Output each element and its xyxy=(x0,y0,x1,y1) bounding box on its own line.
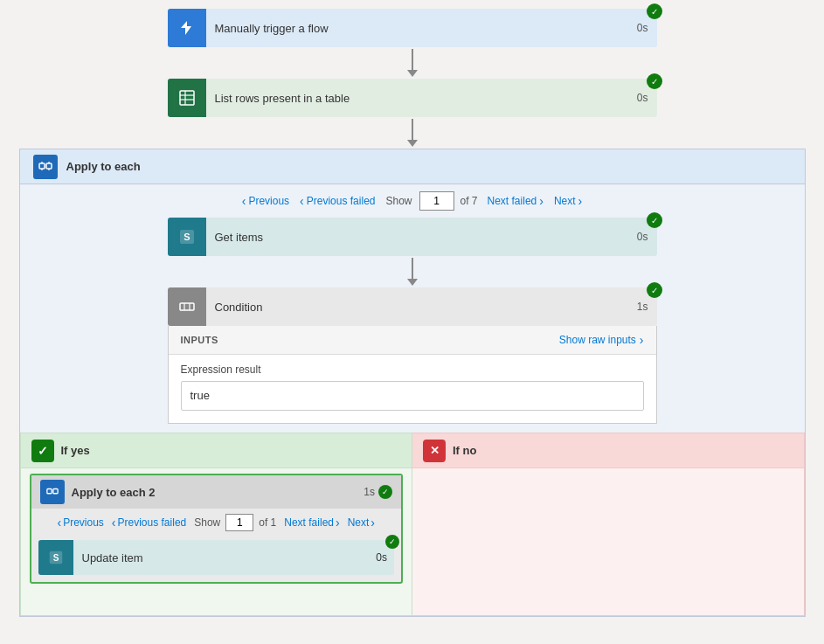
check-symbol: ✓ xyxy=(38,444,48,458)
condition-success-badge xyxy=(647,282,662,298)
branch-no: ✕ If no xyxy=(412,433,805,616)
condition-label: Condition xyxy=(206,301,628,314)
svg-rect-0 xyxy=(180,91,194,105)
update-item-check-icon xyxy=(389,537,396,546)
svg-rect-11 xyxy=(46,489,51,494)
get-items-success-badge xyxy=(647,212,662,228)
prev-failed-chevron-icon xyxy=(300,194,304,208)
condition-inputs-header: INPUTS Show raw inputs xyxy=(169,326,656,355)
arrow-1 xyxy=(407,47,418,79)
condition-expr: Expression result true xyxy=(169,355,656,423)
page-input[interactable] xyxy=(419,191,454,211)
update-item-success-badge xyxy=(385,535,399,549)
arrow-head-3 xyxy=(407,279,418,286)
apply-each-inner: S Get items 0s xyxy=(20,218,805,433)
arrow-line-1 xyxy=(412,49,413,70)
inner-next-failed-button[interactable]: Next failed xyxy=(281,514,342,531)
apply-each-2-duration: 1s xyxy=(364,486,375,498)
next-button[interactable]: Next xyxy=(550,192,585,210)
list-rows-label: List rows present in a table xyxy=(206,92,628,105)
update-item-icon: S xyxy=(38,540,73,575)
condition-wrapper: Condition 1s INPUTS Show raw inputs xyxy=(168,287,657,424)
condition-icon xyxy=(168,287,206,326)
condition-duration: 1s xyxy=(628,301,657,313)
get-items-icon: S xyxy=(168,218,206,256)
condition-step: Condition 1s xyxy=(168,287,657,326)
inner-show-label: Show xyxy=(194,516,220,529)
inner-next-button[interactable]: Next xyxy=(345,514,377,531)
get-items-label: Get items xyxy=(206,231,628,244)
condition-check-icon xyxy=(651,286,658,295)
inner-of-total: of 1 xyxy=(259,516,276,529)
apply-each-2-icon xyxy=(40,480,65,504)
show-label: Show xyxy=(385,195,412,207)
inner-previous-button[interactable]: Previous xyxy=(54,514,106,531)
branch-no-header: ✕ If no xyxy=(412,433,804,468)
get-items-duration: 0s xyxy=(628,231,657,243)
update-item-step: S Update item 0s xyxy=(38,540,395,575)
svg-text:S: S xyxy=(183,232,190,242)
show-raw-label: Show raw inputs xyxy=(559,334,636,346)
condition-expanded: INPUTS Show raw inputs Expression result… xyxy=(168,326,657,424)
svg-rect-4 xyxy=(39,163,45,169)
inner-page-input[interactable] xyxy=(225,514,253,531)
next-failed-button[interactable]: Next failed xyxy=(484,192,547,210)
branch-yes: ✓ If yes Apply to each 2 1 xyxy=(20,433,413,616)
update-item-duration: 0s xyxy=(369,551,394,564)
expr-value: true xyxy=(181,381,644,411)
apply-each-2-success-badge xyxy=(378,485,392,499)
apply-each-2-container: Apply to each 2 1s Previous xyxy=(30,474,404,584)
previous-button[interactable]: Previous xyxy=(239,192,293,210)
trigger-duration: 0s xyxy=(628,22,657,34)
trigger-icon xyxy=(168,9,206,47)
arrow-2 xyxy=(407,117,418,149)
prev-chevron-icon xyxy=(242,194,246,208)
svg-rect-12 xyxy=(52,489,57,494)
next-failed-label: Next failed xyxy=(488,195,537,207)
trigger-step: Manually trigger a flow 0s xyxy=(168,9,657,47)
apply-each-2-check-icon xyxy=(382,488,389,496)
inner-next-failed-chevron-icon xyxy=(336,516,340,530)
pagination-bar-1: Previous Previous failed Show of 7 Next … xyxy=(20,184,805,218)
apply-each-2-title: Apply to each 2 xyxy=(72,486,364,499)
get-items-check-icon xyxy=(651,216,658,225)
inner-previous-failed-button[interactable]: Previous failed xyxy=(109,514,189,531)
next-failed-chevron-icon xyxy=(539,194,544,208)
apply-each-header: Apply to each xyxy=(20,149,805,184)
previous-label: Previous xyxy=(248,195,289,207)
branches-row: ✓ If yes Apply to each 2 1 xyxy=(20,433,805,616)
previous-failed-label: Previous failed xyxy=(307,195,376,207)
inner-prev-chevron-icon xyxy=(57,516,61,530)
arrow-line-2 xyxy=(412,119,413,140)
inner-next-label: Next xyxy=(348,516,370,529)
apply-each-2-header: Apply to each 2 1s xyxy=(31,475,402,509)
apply-each-title: Apply to each xyxy=(66,160,141,173)
next-label: Next xyxy=(554,195,576,207)
svg-text:S: S xyxy=(52,553,59,563)
arrow-head-2 xyxy=(407,140,418,147)
list-rows-icon xyxy=(168,79,206,117)
of-total: of 7 xyxy=(460,195,478,207)
update-item-label: Update item xyxy=(73,551,370,564)
apply-each-icon xyxy=(33,155,58,179)
show-raw-icon xyxy=(640,333,644,347)
inner-previous-label: Previous xyxy=(63,516,104,529)
svg-rect-5 xyxy=(46,163,52,169)
branch-yes-icon: ✓ xyxy=(31,440,54,462)
list-rows-success-badge xyxy=(647,73,662,89)
trigger-label: Manually trigger a flow xyxy=(206,22,628,35)
previous-failed-button[interactable]: Previous failed xyxy=(296,192,378,210)
next-chevron-icon xyxy=(578,194,583,208)
arrow-head-1 xyxy=(407,70,418,77)
inner-next-chevron-icon xyxy=(370,516,375,530)
inner-prev-failed-chevron-icon xyxy=(112,516,116,530)
branch-no-label: If no xyxy=(453,444,476,457)
show-raw-inputs[interactable]: Show raw inputs xyxy=(559,333,644,347)
expr-label: Expression result xyxy=(181,364,644,376)
inner-pagination-bar: Previous Previous failed Show of 1 Next … xyxy=(31,509,402,537)
list-rows-step: List rows present in a table 0s xyxy=(168,79,657,117)
get-items-step: S Get items 0s xyxy=(168,218,657,256)
branch-yes-label: If yes xyxy=(61,444,90,457)
inputs-label: INPUTS xyxy=(181,335,218,345)
apply-each-container: Apply to each Previous Previous failed S… xyxy=(19,149,806,617)
